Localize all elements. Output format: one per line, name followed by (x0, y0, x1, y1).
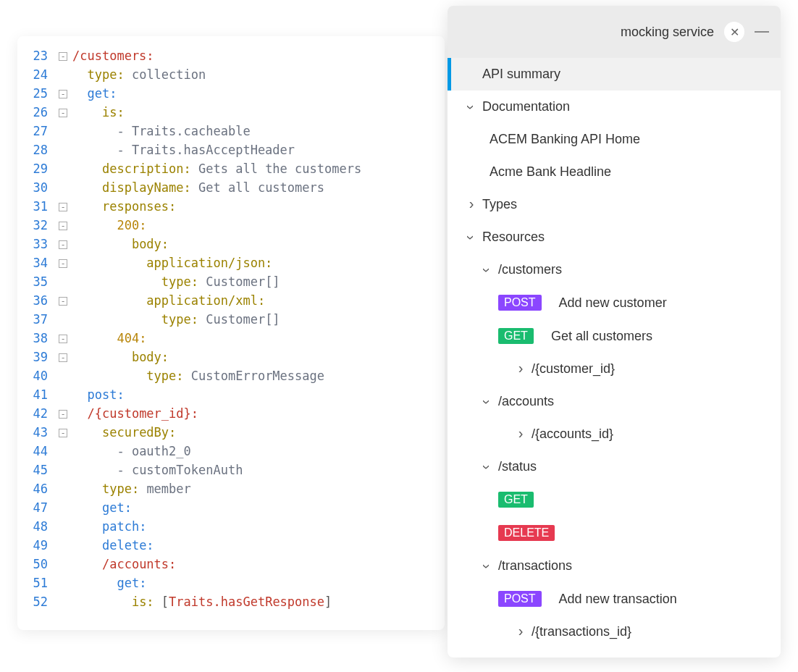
code-line[interactable]: 44 - oauth2_0 (17, 442, 445, 461)
http-method-badge[interactable]: DELETE (498, 525, 555, 541)
nav-method-item[interactable]: POSTAdd new transaction (448, 582, 781, 616)
nav-item[interactable]: /{accounts_id} (448, 418, 781, 450)
code-line[interactable]: 24 type: collection (17, 65, 445, 84)
fold-gutter[interactable]: - (54, 329, 72, 348)
nav-item[interactable]: Types (448, 188, 781, 221)
nav-item[interactable]: Resources (448, 221, 781, 253)
nav-method-item[interactable]: GETGet all customers (448, 319, 781, 353)
code-line[interactable]: 26- is: (17, 103, 445, 122)
fold-toggle-icon[interactable]: - (59, 52, 67, 61)
code-content[interactable]: type: member (72, 479, 445, 498)
code-line[interactable]: 40 type: CustomErrorMessage (17, 366, 445, 385)
chevron-right-icon[interactable] (516, 428, 526, 441)
code-content[interactable]: /{customer_id}: (72, 404, 445, 423)
code-line[interactable]: 51 get: (17, 574, 445, 592)
fold-gutter[interactable]: - (54, 423, 72, 442)
code-line[interactable]: 36- application/xml: (17, 291, 445, 310)
code-content[interactable]: body: (72, 235, 445, 253)
code-line[interactable]: 41 post: (17, 385, 445, 404)
code-line[interactable]: 50 /accounts: (17, 555, 445, 574)
code-content[interactable]: get: (72, 574, 445, 592)
code-content[interactable]: - Traits.hasAcceptHeader (72, 140, 445, 159)
code-line[interactable]: 23-/customers: (17, 46, 445, 65)
code-line[interactable]: 37 type: Customer[] (17, 310, 445, 329)
fold-toggle-icon[interactable]: - (59, 335, 67, 343)
chevron-right-icon[interactable] (516, 363, 526, 376)
fold-gutter[interactable]: - (54, 291, 72, 310)
code-editor-panel[interactable]: 23-/customers:24 type: collection25- get… (17, 36, 445, 630)
fold-gutter[interactable]: - (54, 253, 72, 272)
fold-toggle-icon[interactable]: - (59, 353, 67, 362)
collapse-icon[interactable] (755, 31, 769, 33)
fold-toggle-icon[interactable]: - (59, 259, 67, 268)
code-content[interactable]: type: Customer[] (72, 272, 445, 291)
nav-item[interactable]: Documentation (448, 91, 781, 123)
code-content[interactable]: securedBy: (72, 423, 445, 442)
code-line[interactable]: 33- body: (17, 235, 445, 253)
chevron-down-icon[interactable] (482, 395, 492, 408)
code-content[interactable]: get: (72, 84, 445, 103)
fold-toggle-icon[interactable]: - (59, 410, 67, 419)
http-method-badge[interactable]: POST (498, 295, 542, 311)
code-content[interactable]: responses: (72, 197, 445, 216)
chevron-down-icon[interactable] (466, 231, 476, 244)
fold-gutter[interactable]: - (54, 46, 72, 65)
nav-item[interactable]: /{customer_id} (448, 353, 781, 385)
code-line[interactable]: 35 type: Customer[] (17, 272, 445, 291)
fold-gutter[interactable]: - (54, 197, 72, 216)
code-line[interactable]: 28 - Traits.hasAcceptHeader (17, 140, 445, 159)
code-content[interactable]: type: CustomErrorMessage (72, 366, 445, 385)
code-line[interactable]: 47 get: (17, 498, 445, 517)
nav-item[interactable]: /customers (448, 253, 781, 286)
fold-toggle-icon[interactable]: - (59, 109, 67, 117)
nav-item[interactable]: Acme Bank Headline (448, 156, 781, 188)
code-line[interactable]: 48 patch: (17, 517, 445, 536)
fold-toggle-icon[interactable]: - (59, 90, 67, 98)
http-method-badge[interactable]: GET (498, 328, 534, 344)
code-content[interactable]: body: (72, 348, 445, 366)
code-content[interactable]: description: Gets all the customers (72, 159, 445, 178)
chevron-right-icon[interactable] (516, 626, 526, 639)
nav-item[interactable]: API summary (448, 58, 781, 91)
code-content[interactable]: displayName: Get all customers (72, 178, 445, 197)
code-content[interactable]: application/xml: (72, 291, 445, 310)
http-method-badge[interactable]: GET (498, 492, 534, 508)
code-line[interactable]: 27 - Traits.cacheable (17, 122, 445, 140)
code-line[interactable]: 30 displayName: Get all customers (17, 178, 445, 197)
code-line[interactable]: 38- 404: (17, 329, 445, 348)
chevron-down-icon[interactable] (482, 560, 492, 573)
nav-item[interactable]: /status (448, 450, 781, 483)
nav-method-item[interactable]: POSTAdd new customer (448, 286, 781, 319)
code-content[interactable]: type: collection (72, 65, 445, 84)
code-content[interactable]: /customers: (72, 46, 445, 65)
code-line[interactable]: 31- responses: (17, 197, 445, 216)
nav-item[interactable]: /accounts (448, 385, 781, 418)
close-icon[interactable]: ✕ (724, 22, 744, 42)
fold-gutter[interactable]: - (54, 103, 72, 122)
fold-gutter[interactable]: - (54, 235, 72, 253)
fold-toggle-icon[interactable]: - (59, 240, 67, 249)
code-line[interactable]: 43- securedBy: (17, 423, 445, 442)
code-line[interactable]: 52 is: [Traits.hasGetResponse] (17, 592, 445, 611)
code-line[interactable]: 45 - customTokenAuth (17, 461, 445, 479)
code-content[interactable]: application/json: (72, 253, 445, 272)
nav-item[interactable]: /transactions (448, 550, 781, 582)
code-content[interactable]: patch: (72, 517, 445, 536)
nav-method-item[interactable]: DELETE (448, 516, 781, 550)
code-content[interactable]: - customTokenAuth (72, 461, 445, 479)
code-line[interactable]: 42- /{customer_id}: (17, 404, 445, 423)
fold-gutter[interactable]: - (54, 216, 72, 235)
fold-toggle-icon[interactable]: - (59, 222, 67, 230)
code-line[interactable]: 39- body: (17, 348, 445, 366)
code-line[interactable]: 46 type: member (17, 479, 445, 498)
code-content[interactable]: - Traits.cacheable (72, 122, 445, 140)
code-content[interactable]: post: (72, 385, 445, 404)
chevron-down-icon[interactable] (482, 461, 492, 474)
code-content[interactable]: is: (72, 103, 445, 122)
fold-toggle-icon[interactable]: - (59, 429, 67, 437)
fold-gutter[interactable]: - (54, 404, 72, 423)
code-content[interactable]: /accounts: (72, 555, 445, 574)
nav-item[interactable]: /{transactions_id} (448, 616, 781, 648)
code-content[interactable]: - oauth2_0 (72, 442, 445, 461)
code-line[interactable]: 34- application/json: (17, 253, 445, 272)
